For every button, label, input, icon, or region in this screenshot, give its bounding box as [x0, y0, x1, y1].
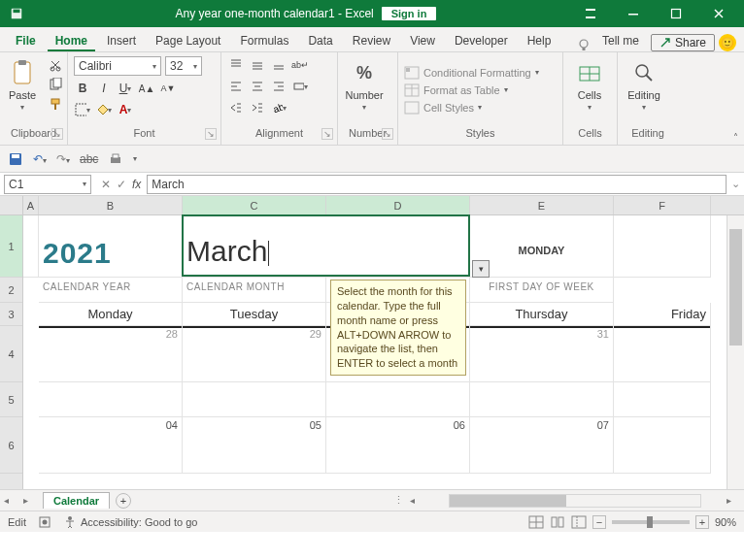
fx-icon[interactable]: fx [132, 178, 141, 191]
day-monday[interactable]: Monday [39, 303, 183, 326]
redo-button[interactable]: ↷▾ [56, 152, 70, 166]
increase-indent-button[interactable] [249, 99, 266, 116]
new-sheet-button[interactable]: + [116, 493, 131, 509]
macro-record-icon[interactable] [38, 515, 51, 529]
wrap-text-button[interactable]: ab↵ [291, 56, 309, 74]
row-1[interactable]: 1 [0, 215, 22, 278]
firstday-cell[interactable]: MONDAY [470, 215, 614, 278]
horizontal-scrollbar[interactable] [449, 494, 701, 508]
col-c[interactable]: C [183, 196, 326, 214]
col-a[interactable]: A [23, 196, 39, 214]
align-top-button[interactable] [227, 56, 245, 74]
hscroll-right[interactable]: ▸ [727, 495, 740, 506]
font-launcher[interactable]: ↘ [205, 128, 217, 140]
hscroll-thumb[interactable] [450, 495, 566, 507]
font-color-button[interactable]: A▾ [117, 101, 134, 118]
increase-font-button[interactable]: A▲ [138, 80, 155, 97]
col-f[interactable]: F [614, 196, 711, 214]
cal-cell-r6-d[interactable]: 06 [326, 417, 470, 474]
cal-cell-r6-c[interactable]: 05 [183, 417, 326, 474]
maximize-button[interactable] [655, 0, 697, 27]
font-name-select[interactable]: Calibri▾ [74, 56, 161, 76]
sheet-tab-calendar[interactable]: Calendar [43, 492, 110, 509]
format-as-table-button[interactable]: Format as Table▾ [404, 83, 508, 97]
orientation-button[interactable]: ab▾ [270, 99, 287, 116]
number-launcher[interactable]: ↘ [382, 128, 393, 140]
cell-styles-button[interactable]: Cell Styles▾ [404, 101, 482, 115]
borders-button[interactable]: ▾ [74, 101, 91, 118]
decrease-font-button[interactable]: A▼ [159, 80, 177, 97]
view-normal-button[interactable] [528, 515, 544, 529]
quick-print-button[interactable] [108, 151, 123, 167]
col-b[interactable]: B [39, 196, 183, 214]
copy-button[interactable] [47, 76, 64, 93]
align-left-button[interactable] [227, 78, 245, 95]
tab-page-layout[interactable]: Page Layout [148, 30, 228, 51]
formula-input[interactable]: March [147, 175, 727, 194]
number-format-button[interactable]: % Number ▾ [344, 56, 385, 114]
zoom-slider-knob[interactable] [647, 516, 653, 528]
align-middle-button[interactable] [249, 56, 266, 74]
zoom-level[interactable]: 90% [715, 516, 736, 528]
editing-button[interactable]: Editing ▾ [624, 56, 664, 114]
zoom-in-button[interactable]: + [695, 515, 709, 529]
save-button[interactable] [8, 151, 23, 167]
view-page-break-button[interactable] [571, 515, 587, 529]
view-page-layout-button[interactable] [550, 515, 565, 529]
tab-help[interactable]: Help [520, 30, 559, 51]
row-2[interactable]: 2 [0, 278, 22, 303]
merge-button[interactable]: ▾ [291, 78, 309, 95]
close-button[interactable] [697, 0, 740, 27]
row-6[interactable]: 6 [0, 417, 22, 474]
data-validation-dropdown-button[interactable]: ▾ [472, 260, 490, 278]
vertical-scrollbar[interactable] [727, 215, 744, 489]
decrease-indent-button[interactable] [227, 99, 245, 116]
strikethrough-button[interactable]: abc [80, 152, 98, 166]
tab-review[interactable]: Review [345, 30, 398, 51]
ribbon-options-button[interactable] [569, 0, 612, 27]
align-bottom-button[interactable] [270, 56, 287, 74]
vscroll-thumb[interactable] [729, 229, 742, 346]
row-3[interactable]: 3 [0, 303, 22, 326]
tab-home[interactable]: Home [48, 30, 95, 51]
name-box[interactable]: C1▾ [4, 175, 91, 194]
col-d[interactable]: D [326, 196, 470, 214]
tab-insert[interactable]: Insert [99, 30, 144, 51]
worksheet-grid[interactable]: A B C D E F 1 2 3 4 5 6 2021 March MONDA… [0, 196, 744, 489]
qat-customize-button[interactable]: ▾ [133, 154, 137, 163]
sign-in-button[interactable]: Sign in [382, 7, 437, 20]
accessibility-status[interactable]: Accessibility: Good to go [63, 515, 197, 529]
row-4[interactable]: 4 [0, 326, 22, 382]
expand-formula-bar-button[interactable]: ⌄ [727, 178, 744, 190]
tab-formulas[interactable]: Formulas [232, 30, 296, 51]
tab-scroll-left[interactable]: ◂ [4, 495, 17, 506]
tab-file[interactable]: File [8, 30, 44, 51]
align-center-button[interactable] [249, 78, 266, 95]
day-friday[interactable]: Friday [614, 303, 711, 326]
zoom-slider[interactable] [612, 520, 690, 524]
paste-button[interactable]: Paste ▾ [6, 56, 39, 114]
feedback-smiley-icon[interactable]: 🙂 [719, 34, 736, 51]
cells-button[interactable]: Cells ▾ [569, 56, 610, 114]
font-size-select[interactable]: 32▾ [165, 56, 202, 76]
tell-me-search[interactable]: Tell me [594, 30, 647, 51]
share-button[interactable]: Share [651, 34, 715, 51]
align-right-button[interactable] [270, 78, 287, 95]
col-e[interactable]: E [470, 196, 614, 214]
italic-button[interactable]: I [95, 80, 113, 97]
fill-color-button[interactable]: ▾ [95, 101, 113, 118]
tab-view[interactable]: View [402, 30, 443, 51]
format-painter-button[interactable] [47, 95, 64, 113]
cal-cell-r4-b[interactable]: 28 [39, 326, 183, 382]
tab-developer[interactable]: Developer [447, 30, 516, 51]
hscroll-left[interactable]: ◂ [410, 495, 423, 506]
tab-data[interactable]: Data [300, 30, 340, 51]
confirm-edit-button[interactable]: ✓ [117, 178, 126, 191]
day-tuesday[interactable]: Tuesday [183, 303, 326, 326]
cal-cell-r6-b[interactable]: 04 [39, 417, 183, 474]
cal-cell-r6-e[interactable]: 07 [470, 417, 614, 474]
cal-cell-r4-c[interactable]: 29 [183, 326, 326, 382]
row-5[interactable]: 5 [0, 382, 22, 417]
cut-button[interactable] [47, 56, 64, 74]
select-all-corner[interactable] [0, 196, 23, 214]
